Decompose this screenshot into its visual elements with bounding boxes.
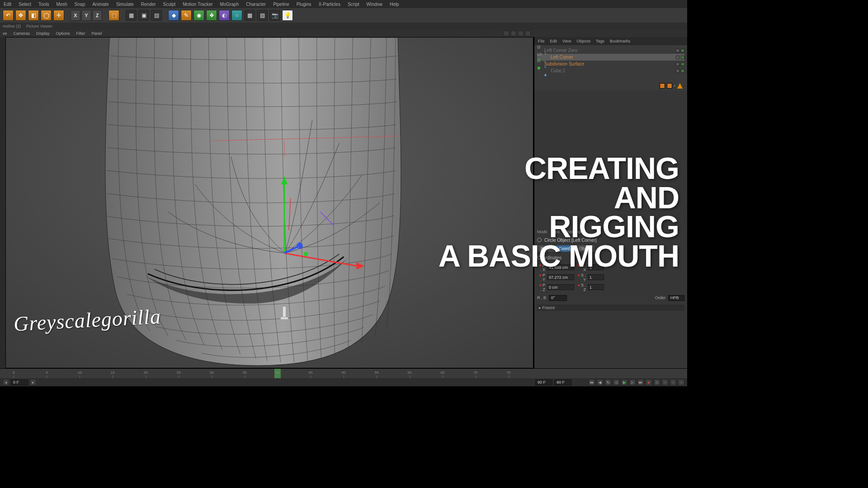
viewport-nav-icon[interactable] (525, 31, 531, 36)
viewport-nav-icon[interactable] (518, 31, 524, 36)
om-menu-item[interactable]: File (538, 39, 545, 43)
tab-picture-viewer[interactable]: Picture Viewer (26, 24, 52, 28)
tl-step-back-icon[interactable]: ▸ (30, 379, 36, 385)
title-line: and (439, 183, 679, 212)
tl-prev-key-icon[interactable]: ◂ (3, 379, 9, 385)
video-title-overlay: Creating and Rigging a Basic Mouth (439, 154, 679, 270)
tag-icon[interactable] (660, 83, 665, 89)
prev-frame-icon[interactable]: ◀ (597, 379, 603, 385)
view-menu-item[interactable]: Display (36, 31, 50, 36)
goto-end-icon[interactable]: ⏭ (637, 379, 644, 385)
om-item-subdivision-surface[interactable]: ⊟ ◉ Subdivision Surface (537, 61, 684, 67)
view-menu-item[interactable]: Options (56, 31, 70, 36)
key-scale-icon[interactable]: ▫ (678, 379, 684, 385)
floor-icon[interactable]: ▧ (257, 10, 268, 21)
menu-item[interactable]: X-Particles (319, 2, 340, 7)
warning-icon[interactable] (677, 83, 683, 89)
axis-y-button[interactable]: Y (81, 10, 91, 21)
object-manager-tree[interactable]: ⊟ L0 Left Corner Zero └ ○ Left Corner ⊟ … (534, 45, 687, 81)
timeline: 051015202530354045505560657075 ◂ ▸ ⏮ ◀ ↻… (0, 368, 687, 386)
autokey-icon[interactable]: ◇ (654, 379, 660, 385)
viewport-nav-icon[interactable] (504, 31, 509, 36)
menu-item[interactable]: Animate (92, 2, 109, 7)
tl-current-field[interactable] (535, 380, 552, 385)
undo-icon[interactable]: ↶ (3, 10, 14, 21)
play-back-icon[interactable]: ◁ (613, 379, 619, 385)
axis-x-button[interactable]: X (71, 10, 80, 21)
menu-item[interactable]: Plugins (297, 2, 311, 7)
menu-item[interactable]: Edit (4, 2, 11, 7)
input-rb[interactable] (549, 295, 567, 301)
play-icon[interactable]: ▶ (621, 379, 627, 385)
movie-icon[interactable]: 📷 (269, 10, 280, 21)
label-sz: S . Z (576, 283, 586, 292)
om-menu-item[interactable]: Objects (576, 39, 590, 43)
bulb-icon[interactable]: 💡 (282, 10, 293, 21)
key-pos-icon[interactable]: ▫ (662, 379, 668, 385)
loop-icon[interactable]: ↻ (605, 379, 611, 385)
order-select[interactable] (668, 295, 684, 301)
next-frame-icon[interactable]: ▷ (629, 379, 636, 385)
menu-item[interactable]: Script (348, 2, 359, 7)
menu-item[interactable]: Pipeline (273, 2, 289, 7)
viewport-nav-icon[interactable] (511, 31, 516, 36)
tl-start-field[interactable] (11, 380, 28, 385)
input-pz[interactable] (547, 284, 574, 290)
menu-item[interactable]: Sculpt (163, 2, 176, 7)
scale-icon[interactable]: ✛ (53, 10, 64, 21)
key-rot-icon[interactable]: ▫ (670, 379, 676, 385)
om-menu-item[interactable]: Bookmarks (610, 39, 630, 43)
input-py[interactable] (547, 274, 574, 280)
om-menu-item[interactable]: Edit (550, 39, 557, 43)
menu-item[interactable]: Tools (38, 2, 49, 7)
menu-item[interactable]: Help (390, 2, 399, 7)
tab-timeline[interactable]: meline (2) (3, 24, 21, 28)
title-line: Rigging (439, 212, 679, 241)
coord-system-icon[interactable]: ⬚ (108, 10, 119, 21)
menu-item[interactable]: Snap (75, 2, 85, 7)
om-menu-item[interactable]: View (562, 39, 571, 43)
om-item-left-corner-zero[interactable]: ⊟ L0 Left Corner Zero (537, 47, 684, 54)
deformer-icon[interactable]: ❖ (206, 10, 217, 21)
rotate-icon[interactable]: ◯ (41, 10, 52, 21)
om-label: Subdivision Surface (544, 61, 584, 68)
manager-tabs: meline (2) Picture Viewer (0, 23, 687, 30)
view-menu-item[interactable]: ve (3, 31, 7, 36)
render-view-icon[interactable]: ▦ (126, 10, 137, 21)
menu-item[interactable]: Render (141, 2, 156, 7)
om-menu-item[interactable]: Tags (596, 39, 604, 43)
light-icon[interactable]: ▦ (244, 10, 255, 21)
input-sz[interactable] (588, 284, 604, 290)
view-menu-item[interactable]: Cameras (14, 31, 30, 36)
primitive-cube-icon[interactable]: ◆ (168, 10, 179, 21)
menu-item[interactable]: Motion Tracker (183, 2, 212, 7)
select-icon[interactable]: ◧ (28, 10, 39, 21)
menu-item[interactable]: Simulate (116, 2, 134, 7)
left-tool-strip (0, 37, 5, 368)
axis-z-button[interactable]: Z (92, 10, 102, 21)
timeline-ruler[interactable]: 051015202530354045505560657075 (0, 369, 687, 378)
camera-icon[interactable]: ○ (231, 10, 242, 21)
sds-icon: ⊟ ◉ (537, 61, 542, 67)
move-icon[interactable]: ✥ (15, 10, 26, 21)
view-menu-item[interactable]: Panel (92, 31, 102, 36)
goto-start-icon[interactable]: ⏮ (589, 379, 595, 385)
spline-pen-icon[interactable]: ✎ (181, 10, 192, 21)
menu-item[interactable]: MoGraph (220, 2, 239, 7)
record-icon[interactable]: ● (646, 379, 652, 385)
environment-icon[interactable]: ◐ (219, 10, 230, 21)
render-settings-icon[interactable]: ▤ (151, 10, 162, 21)
menu-item[interactable]: Character (246, 2, 266, 7)
render-region-icon[interactable]: ▣ (138, 10, 149, 21)
menu-item[interactable]: Window (366, 2, 382, 7)
tl-range-field[interactable] (554, 380, 571, 385)
tag-icon[interactable] (667, 83, 672, 89)
generator-icon[interactable]: ◉ (193, 10, 204, 21)
view-menu-item[interactable]: Filter (76, 31, 85, 36)
freeze-row[interactable]: ▸ Freeze (537, 305, 684, 311)
input-sy[interactable] (588, 274, 604, 280)
menu-item[interactable]: Mesh (56, 2, 67, 7)
om-item-left-corner[interactable]: └ ○ Left Corner (537, 54, 684, 61)
om-item-cube1[interactable]: └ ▲ Cube.1 (537, 67, 684, 74)
menu-item[interactable]: Select (19, 2, 31, 7)
